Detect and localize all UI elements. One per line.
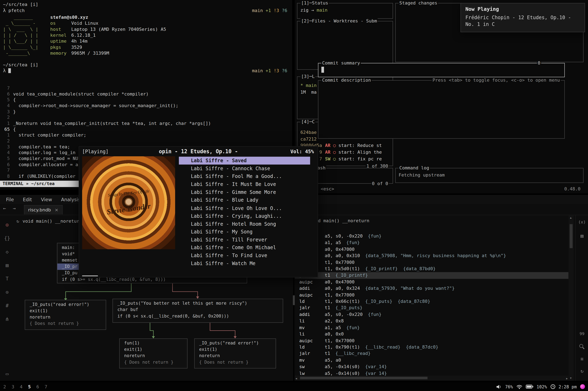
refresh-icon[interactable]: ↻ [16,218,19,224]
variables-icon[interactable]: (x) [576,220,588,224]
list-icon[interactable]: ≡ [576,356,588,362]
basic-block-riscy[interactable]: _IO_puts("You better not let this get mo… [113,299,283,323]
tags-icon[interactable]: ◇ [3,249,11,255]
prompt-input-line[interactable]: λ [3,68,11,74]
status-panel[interactable]: [1]─Status zig → main [297,3,393,19]
scroll-left-icon[interactable]: ◀ [295,377,297,380]
editor-line[interactable]: 2 [0,138,292,144]
wifi-icon[interactable] [516,385,522,389]
console-icon[interactable]: ▭ [3,371,11,377]
track-item[interactable]: Labi Siffre - Watch Me [179,259,310,267]
debugger-icon[interactable]: ⊙ [3,289,11,295]
disassembly-row[interactable]: ldt1, 0x5d0(t1){_IO_printf} {data_87bd0} [295,266,569,272]
menu-item[interactable]: Analysis [61,196,80,202]
branch-icon[interactable]: ⋔ [3,316,11,322]
disassembly-row[interactable]: jalrt1{_IO_printf} [295,272,569,279]
track-item[interactable]: Labi Siffre - It Must Be Love [179,180,310,188]
memory-map-icon[interactable]: ▤ [3,262,11,268]
types-icon[interactable]: {} [3,235,11,241]
track-item[interactable]: Labi Siffre - Fool Me a Good... [179,173,310,180]
line-number: 1 [0,132,10,138]
disassembly-row[interactable]: addia0, a0, 0x310{data_57908, "Hmm, risc… [295,253,569,259]
disassembly-row[interactable]: auipca0, 0x47000 [295,246,569,253]
workspace-tag[interactable]: 6 [36,384,39,389]
scroll-up-icon[interactable]: ▲ [570,216,572,220]
graph-icon[interactable]: # [3,303,11,308]
search-icon[interactable] [580,344,583,348]
close-icon[interactable]: × [55,207,58,213]
tab-riscy-bndb[interactable]: riscy.bndb× [24,205,63,214]
editor-line[interactable]: 1 struct compiler compiler; [0,132,292,138]
tray-indicator-icon[interactable] [580,384,585,389]
menu-item[interactable]: File [6,196,14,202]
workspace-tag[interactable]: 3 [11,384,15,389]
editor-line[interactable]: 4 compiler->root_mod->source_manager = s… [0,103,292,109]
progress-bar[interactable] [82,276,98,276]
track-item[interactable]: Labi Siffre - Love Oh Love O... [179,204,310,212]
workspace-tag[interactable]: 7 [44,384,48,389]
menu-item[interactable]: Edit [23,196,32,202]
editor-line[interactable]: 2 [0,115,292,121]
disassembly-row[interactable]: ldt1, 0x790(t1){__libc_read} {data_87dc0… [295,344,569,351]
vertical-scrollbar[interactable]: ▲ ▼ [568,215,574,381]
commit-description-input[interactable]: Commit description Press <tab> to toggle… [318,80,565,139]
track-item[interactable]: Labi Siffre - Saved [179,157,310,165]
volume-icon[interactable] [496,385,502,389]
disassembly-row[interactable]: jalrt1{_IO_puts} [295,305,569,311]
forward-icon[interactable]: → [13,205,15,211]
disassembly-row[interactable]: mva5, a0 [295,357,569,364]
track-item[interactable]: Labi Siffre - Hotel Room Song [179,220,310,228]
editor-line[interactable]: 5{ [0,97,292,103]
track-item[interactable]: Labi Siffre - Gimme Some More [179,188,310,196]
disassembly-row[interactable]: lia2, 0x8 [295,318,569,324]
track-item[interactable]: Labi Siffre - To Find Love [179,252,310,260]
workspace-tag[interactable]: 2 [3,384,6,389]
horizontal-scrollbar[interactable]: ◀ ▶ [295,376,569,380]
disassembly-row[interactable]: ldt1, 0x66c(t1){_IO_puts} {data_87c80} [295,298,569,305]
disassembly-row[interactable]: lia0, 0x0 [295,331,569,338]
disassembly-row[interactable]: auipca0, 0x47000 [295,279,569,285]
editor-line[interactable]: 7 [0,86,292,92]
disassembly-row[interactable]: mva1, a5{fun} [295,324,569,331]
disassembly-row[interactable]: auipct1, 0x77000 [295,259,569,266]
scroll-down-icon[interactable]: ▼ [570,376,572,380]
workspace-tag[interactable]: 4 [20,384,23,389]
commit-summary-input[interactable]: Commit summary 0 [318,63,565,77]
branch-row[interactable]: * main [300,82,317,89]
back-icon[interactable]: ← [3,205,6,211]
workspace-tag[interactable]: 5 [28,384,31,389]
editor-line[interactable]: 65{ [0,126,292,132]
disassembly-row[interactable]: mva1, a5{fun} [295,240,569,246]
disassembly-row[interactable]: jalrt1{__libc_read} [295,351,569,357]
disassembly-row[interactable]: auipct1, 0x77000 [295,338,569,344]
track-item[interactable]: Labi Siffre - Come On Michael [179,244,310,252]
basic-block-fun[interactable]: fun(1)exit(1)noreturn{ Does not return } [119,339,187,369]
splitter-handle[interactable] [293,295,295,305]
editor-line[interactable]: 6void tea_compile_module(struct compiler… [0,92,292,97]
now-playing-notification[interactable]: Now Playing Frédéric Chopin - 12 Etudes,… [461,3,585,32]
stack-icon[interactable]: ▤ [576,233,588,239]
track-item[interactable]: Labi Siffre - Blue Lady [179,196,310,204]
disassembly-row[interactable]: addia5, s0, -0x220{fun} [295,311,569,318]
disassembly-row[interactable]: addia5, s0, -0x220{fun} [295,233,569,240]
menu-item[interactable]: View [41,196,52,202]
track-item[interactable]: Labi Siffre - Cannock Chase [179,165,310,173]
scroll-right-icon[interactable]: ▶ [566,377,568,380]
branch-row[interactable]: 1M ma [300,89,317,96]
disassembly-row[interactable]: swa5, -0x14(s0){var_14} [295,364,569,370]
track-item[interactable]: Labi Siffre - Till Forever [179,236,310,244]
disassembly-row[interactable]: addia0, a0, 0x324{data_57930, "What do y… [295,285,569,292]
track-item[interactable]: Labi Siffre - Crying, Laughi... [179,212,310,220]
disassembly-row[interactable]: auipct1, 0x77000 [295,292,569,298]
xrefs-icon[interactable]: ◎ [3,222,11,227]
basic-block-read-error-left[interactable]: _IO_puts("read error!")exit(1)noreturn{ … [25,300,106,330]
basic-block-read-error-right[interactable]: _IO_puts("read error!")exit(1)noreturn{ … [194,339,276,369]
strings-icon[interactable]: T [3,276,11,282]
track-item[interactable]: Labi Siffre - My Song [179,228,310,236]
reload-icon[interactable]: ↻ [576,368,588,374]
scrollbar-thumb[interactable] [570,224,573,248]
command-log-panel[interactable]: Command log Fetching upstream [395,168,584,183]
editor-line[interactable]: 1_Noreturn void tea_compiler_init(struct… [0,121,292,126]
scrollbar-thumb[interactable] [300,377,427,379]
editor-line[interactable]: 3} [0,109,292,115]
